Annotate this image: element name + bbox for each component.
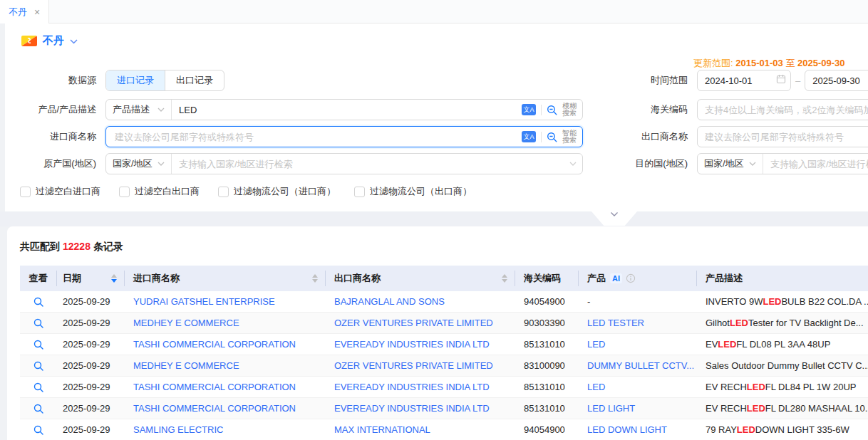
magnifier-icon [33, 340, 43, 350]
importer-search-input[interactable] [106, 127, 522, 146]
checkbox-icon[interactable] [119, 187, 130, 197]
product-cell[interactable]: LED TESTER [579, 313, 697, 333]
importer-link[interactable]: SAMLING ELECTRIC [125, 419, 326, 440]
table-body: 2025-09-29 YUDRAI GATSHEL ENTERPRISE BAJ… [20, 291, 868, 440]
ai-badge: AI [610, 273, 622, 283]
product-cell[interactable]: LED [579, 334, 697, 355]
close-icon[interactable]: × [34, 6, 40, 18]
hs-code-cell: 85131010 [515, 398, 579, 419]
product-cell[interactable]: - [579, 291, 697, 312]
collapse-filters-button[interactable] [591, 211, 637, 226]
sort-icons[interactable] [111, 274, 117, 283]
date-start-field[interactable] [698, 71, 776, 90]
importer-link[interactable]: MEDHEY E COMMERCE [125, 355, 326, 376]
date-end-field[interactable] [805, 71, 868, 90]
view-record-button[interactable] [20, 377, 57, 397]
origin-type-select[interactable]: 国家/地区 [106, 154, 172, 174]
date-end-input[interactable] [805, 70, 868, 91]
sort-icons[interactable] [312, 274, 318, 283]
table-header: 查看 日期 进口商名称 出口商名称 海关编码 产品 AI [20, 266, 868, 291]
table-row: 2025-09-29 YUDRAI GATSHEL ENTERPRISE BAJ… [20, 291, 868, 313]
importer-link[interactable]: TASHI COMMERCIAL CORPORATION [125, 334, 326, 355]
hs-code-cell: 94054900 [515, 419, 579, 440]
view-record-button[interactable] [20, 419, 57, 440]
column-header-date[interactable]: 日期 [57, 271, 125, 286]
country-header[interactable]: 不丹 [21, 34, 78, 48]
tab-export-records[interactable]: 出口记录 [165, 70, 224, 90]
time-range-label: 时间范围 [570, 74, 688, 87]
exporter-link[interactable]: EVEREADY INDUSTRIES INDIA LTD [326, 334, 515, 355]
translate-icon[interactable]: 文A [522, 104, 536, 115]
checkbox-filter-logistics-importer[interactable]: 过滤物流公司（进口商） [218, 185, 336, 198]
sort-icons[interactable] [502, 274, 507, 283]
importer-link[interactable]: YUDRAI GATSHEL ENTERPRISE [125, 291, 326, 312]
date-cell: 2025-09-29 [57, 291, 125, 312]
view-record-button[interactable] [20, 355, 57, 376]
checkbox-filter-logistics-exporter[interactable]: 过滤物流公司（出口商） [354, 185, 472, 198]
importer-search-group: 文A 智能 搜索 [105, 126, 583, 147]
exporter-label: 出口商名称 [570, 130, 688, 143]
view-record-button[interactable] [20, 313, 57, 333]
checkbox-icon[interactable] [218, 187, 229, 197]
origin-country-input[interactable] [172, 154, 569, 173]
destination-type-select[interactable]: 国家/地区 [698, 154, 763, 174]
hs-code-cell: 90303390 [515, 313, 579, 333]
product-description-cell: Gilhot LED Tester for TV Backlight De... [697, 313, 868, 333]
smart-search-icon[interactable] [547, 132, 557, 142]
page-title: 不丹 [43, 34, 64, 48]
data-source-label: 数据源 [0, 74, 96, 87]
translate-icon[interactable]: 文A [522, 131, 536, 142]
app-window: 不丹 × 不丹 数据源 进口记录 出口记录 更新范围: [0, 0, 868, 440]
checkbox-filter-blank-exporter[interactable]: 过滤空白出口商 [119, 185, 200, 198]
update-range: 更新范围: 2015-01-03 至 2025-09-30 [693, 57, 845, 70]
chevron-down-icon [157, 108, 165, 112]
view-record-button[interactable] [20, 291, 57, 312]
product-cell[interactable]: LED DOWN LIGHT [579, 419, 697, 440]
importer-label: 进口商名称 [0, 130, 96, 143]
data-source-switch: 进口记录 出口记录 [105, 70, 224, 91]
hs-code-input[interactable] [697, 99, 868, 120]
product-cell[interactable]: DUMMY BULLET CCTV... [579, 355, 697, 376]
filter-checkboxes: 过滤空白进口商 过滤空白出口商 过滤物流公司（进口商） 过滤物流公司（出口商） [20, 185, 472, 198]
tab-bhutan[interactable]: 不丹 × [0, 0, 49, 23]
exporter-link[interactable]: BAJRANGLAL AND SONS [326, 291, 515, 312]
view-record-button[interactable] [20, 398, 57, 419]
product-cell[interactable]: LED [579, 377, 697, 397]
exporter-link[interactable]: EVEREADY INDUSTRIES INDIA LTD [326, 398, 515, 419]
checkbox-icon[interactable] [20, 187, 31, 197]
date-cell: 2025-09-29 [57, 313, 125, 333]
exporter-link[interactable]: OZER VENTURES PRIVATE LIMITED [326, 355, 515, 376]
product-type-select[interactable]: 产品描述 [106, 100, 172, 120]
view-record-button[interactable] [20, 334, 57, 355]
date-start-input[interactable] [697, 70, 791, 91]
records-table: 查看 日期 进口商名称 出口商名称 海关编码 产品 AI [20, 266, 868, 440]
column-header-importer[interactable]: 进口商名称 [125, 271, 326, 286]
importer-link[interactable]: MEDHEY E COMMERCE [125, 313, 326, 333]
exporter-name-field[interactable] [698, 127, 868, 146]
product-cell[interactable]: LED LIGHT [579, 398, 697, 419]
exporter-link[interactable]: OZER VENTURES PRIVATE LIMITED [326, 313, 515, 333]
exporter-link[interactable]: EVEREADY INDUSTRIES INDIA LTD [326, 377, 515, 397]
origin-country-group: 国家/地区 [105, 153, 583, 174]
importer-link[interactable]: TASHI COMMERCIAL CORPORATION [125, 377, 326, 397]
table-row: 2025-09-29 TASHI COMMERCIAL CORPORATION … [20, 334, 868, 355]
table-row: 2025-09-29 MEDHEY E COMMERCE OZER VENTUR… [20, 313, 868, 334]
product-description-cell: EV LED FL DL08 PL 3AA 48UP [697, 334, 868, 355]
tab-import-records[interactable]: 进口记录 [106, 70, 165, 90]
calendar-icon[interactable] [776, 74, 786, 87]
info-icon[interactable] [626, 273, 636, 283]
table-row: 2025-09-29 TASHI COMMERCIAL CORPORATION … [20, 377, 868, 398]
column-header-exporter[interactable]: 出口商名称 [326, 271, 515, 286]
importer-link[interactable]: TASHI COMMERCIAL CORPORATION [125, 398, 326, 419]
magnifier-icon [33, 297, 43, 307]
chevron-down-icon[interactable] [70, 37, 78, 46]
destination-input[interactable] [763, 154, 868, 173]
exporter-link[interactable]: MAX INTERNATIONAL [326, 419, 515, 440]
chevron-down-icon [749, 162, 756, 166]
fuzzy-search-icon[interactable] [547, 105, 557, 115]
checkbox-filter-blank-importer[interactable]: 过滤空白进口商 [20, 185, 100, 198]
checkbox-icon[interactable] [354, 187, 365, 197]
exporter-name-input[interactable] [697, 126, 868, 147]
product-search-input[interactable] [172, 100, 522, 119]
hs-code-field[interactable] [698, 100, 868, 119]
